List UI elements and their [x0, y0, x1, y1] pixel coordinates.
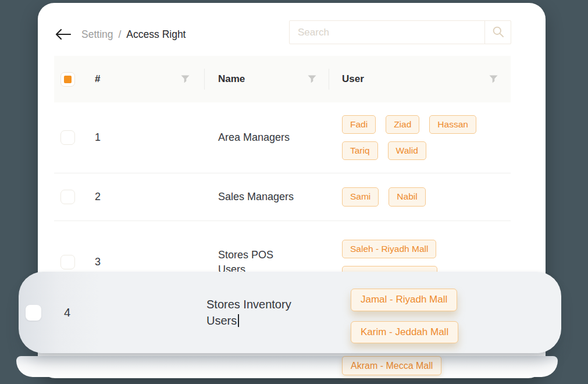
row-name: Sales Managers: [205, 190, 329, 204]
search-box: [289, 20, 511, 44]
search-button[interactable]: [484, 21, 511, 44]
filter-icon-user[interactable]: [489, 75, 498, 83]
row-number: 2: [95, 191, 205, 203]
row-checkbox-cell: [54, 130, 95, 145]
text-caret: [238, 314, 239, 327]
user-tag[interactable]: Fadi: [342, 115, 376, 134]
row-number: 3: [95, 256, 205, 268]
row-4-overflow-strip: Akram - Mecca Mall: [16, 356, 558, 377]
user-tag[interactable]: Walid: [388, 141, 426, 160]
header-user: User: [329, 56, 511, 102]
search-icon: [492, 26, 504, 40]
checkbox-partial-mark: [64, 76, 72, 83]
user-tag[interactable]: Saleh - Riyadh Mall: [342, 240, 436, 258]
breadcrumb-separator: /: [118, 29, 121, 41]
tag-line: Fadi Ziad Hassan: [342, 115, 476, 134]
row-name: Area Managers: [205, 130, 329, 144]
header-name-label: Name: [218, 73, 245, 85]
breadcrumb-access-right: Access Right: [126, 29, 186, 41]
row-name-editing[interactable]: Stores Inventory Users: [206, 296, 314, 329]
user-tag[interactable]: Ziad: [386, 115, 419, 134]
row-4-checkbox[interactable]: [26, 305, 41, 321]
row-2-checkbox[interactable]: [60, 190, 75, 204]
back-button[interactable]: [54, 27, 72, 42]
page-background: Setting / Access Right #: [0, 0, 588, 384]
row-3-checkbox[interactable]: [60, 255, 75, 269]
row-checkbox-cell: [54, 190, 95, 204]
breadcrumb: Setting / Access Right: [81, 29, 186, 41]
search-input[interactable]: [290, 21, 484, 44]
filter-icon-number[interactable]: [181, 75, 190, 83]
access-rights-table: # Name User: [54, 56, 511, 303]
header-name: Name: [205, 56, 329, 102]
filter-icon-name[interactable]: [308, 75, 316, 83]
row-name-text: Stores Inventory Users: [206, 298, 291, 327]
table-header-row: # Name User: [54, 56, 511, 102]
user-tag[interactable]: Jamal - Riyadh Mall: [351, 289, 457, 311]
back-arrow-icon: [55, 29, 71, 42]
row-1-checkbox[interactable]: [60, 130, 75, 145]
table-row: 2 Sales Managers Sami Nabil: [54, 173, 511, 221]
breadcrumb-setting[interactable]: Setting: [81, 29, 113, 41]
editing-row-overlay[interactable]: 4 Stores Inventory Users Jamal - Riyadh …: [19, 272, 561, 353]
row-user-tags: Sami Nabil: [329, 187, 511, 206]
header-user-label: User: [342, 73, 364, 85]
header-number-label: #: [95, 73, 100, 85]
row-user-tags: Fadi Ziad Hassan Tariq Walid: [329, 115, 511, 161]
user-tag[interactable]: Karim - Jeddah Mall: [351, 321, 458, 344]
tag-line: Sami Nabil: [342, 187, 426, 206]
user-tag[interactable]: Akram - Mecca Mall: [342, 356, 441, 375]
user-tag[interactable]: Sami: [342, 187, 379, 206]
row-number: 1: [95, 131, 205, 144]
row-user-tags: Jamal - Riyadh Mall Karim - Jeddah Mall: [351, 289, 458, 343]
tag-line: Tariq Walid: [342, 141, 426, 160]
select-all-checkbox[interactable]: [60, 72, 75, 87]
row-number: 4: [64, 306, 70, 319]
table-row: 1 Area Managers Fadi Ziad Hassan Tariq W…: [54, 102, 511, 173]
user-tag[interactable]: Hassan: [429, 115, 476, 134]
header-number: #: [95, 56, 205, 102]
user-tag[interactable]: Tariq: [342, 141, 378, 160]
header-checkbox-cell: [54, 56, 95, 102]
user-tag[interactable]: Nabil: [389, 187, 425, 206]
row-checkbox-cell: [54, 255, 95, 269]
